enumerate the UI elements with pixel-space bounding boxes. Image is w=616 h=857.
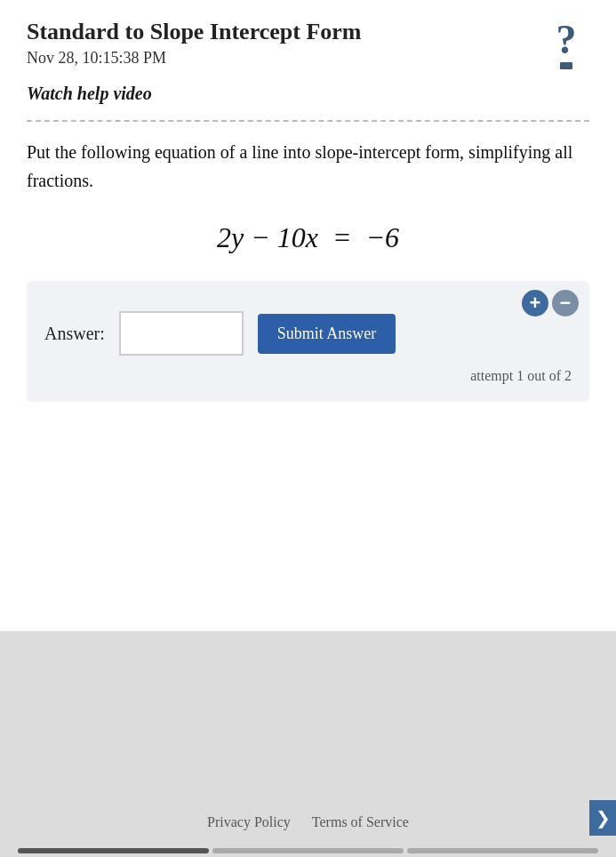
answer-row: Answer: Submit Answer — [44, 311, 572, 356]
main-card: Standard to Slope Intercept Form Nov 28,… — [0, 0, 616, 631]
answer-controls: + − — [522, 290, 579, 316]
terms-of-service-link[interactable]: Terms of Service — [312, 814, 409, 829]
page-title: Standard to Slope Intercept Form — [27, 18, 534, 45]
watch-help-video-link[interactable]: Watch help video — [27, 84, 152, 104]
decrease-button[interactable]: − — [552, 290, 579, 316]
progress-bar-1 — [18, 848, 209, 853]
progress-bar-2 — [212, 848, 404, 853]
answer-input[interactable] — [119, 311, 244, 356]
attempt-info: attempt 1 out of 2 — [44, 368, 572, 384]
problem-description: Put the following equation of a line int… — [27, 138, 589, 195]
equation-math: 2y − 10x = −6 — [217, 221, 399, 253]
timestamp: Nov 28, 10:15:38 PM — [27, 49, 534, 68]
answer-label: Answer: — [44, 324, 105, 344]
gray-section: Privacy Policy Terms of Service ❯ — [0, 631, 616, 857]
question-mark-icon: ? — [556, 20, 577, 60]
title-area: Standard to Slope Intercept Form Nov 28,… — [27, 18, 534, 68]
help-icon-rect — [560, 62, 572, 69]
increase-button[interactable]: + — [522, 290, 548, 316]
section-divider — [27, 120, 589, 122]
progress-bars — [0, 848, 616, 857]
privacy-policy-link[interactable]: Privacy Policy — [207, 814, 291, 829]
submit-answer-button[interactable]: Submit Answer — [258, 314, 396, 354]
answer-box: + − Answer: Submit Answer attempt 1 out … — [27, 281, 589, 402]
help-icon[interactable]: ? — [543, 18, 589, 71]
header-row: Standard to Slope Intercept Form Nov 28,… — [27, 18, 589, 71]
progress-bar-3 — [407, 848, 598, 853]
next-arrow-button[interactable]: ❯ — [589, 800, 616, 836]
equation-display: 2y − 10x = −6 — [27, 221, 589, 254]
footer-links: Privacy Policy Terms of Service — [0, 814, 616, 830]
